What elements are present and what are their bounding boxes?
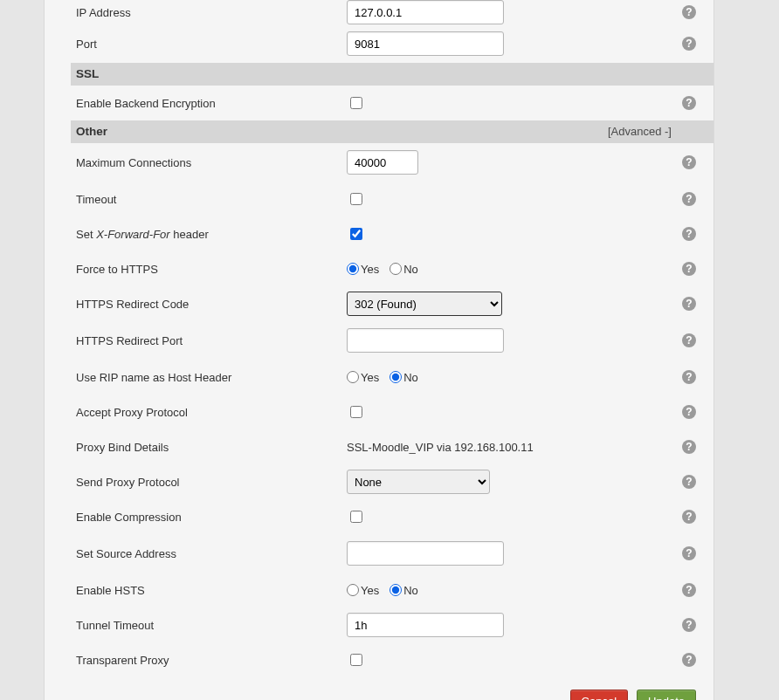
transparent-proxy-label: Transparent Proxy [71, 654, 347, 667]
https-redirect-port-label: HTTPS Redirect Port [71, 334, 347, 347]
help-icon[interactable]: ? [682, 370, 696, 384]
ip-address-label: IP Address [71, 6, 347, 19]
source-address-input[interactable] [347, 541, 504, 566]
help-icon[interactable]: ? [682, 192, 696, 206]
help-icon[interactable]: ? [682, 583, 696, 597]
proxy-bind-value: SSL-Moodle_VIP via 192.168.100.11 [347, 441, 534, 454]
force-https-yes-label: Yes [361, 263, 379, 276]
proxy-bind-label: Proxy Bind Details [71, 441, 347, 454]
enable-compression-checkbox[interactable] [350, 511, 362, 523]
help-icon[interactable]: ? [682, 333, 696, 347]
help-icon[interactable]: ? [682, 475, 696, 489]
help-icon[interactable]: ? [682, 440, 696, 454]
advanced-toggle[interactable]: [Advanced -] [608, 120, 672, 143]
rip-host-yes-radio[interactable] [347, 371, 359, 383]
rip-host-yes-label: Yes [361, 371, 379, 384]
https-redirect-code-select[interactable]: 302 (Found) [347, 292, 502, 316]
help-icon[interactable]: ? [682, 546, 696, 560]
force-https-no-radio[interactable] [390, 263, 402, 275]
update-button[interactable]: Update [637, 690, 696, 700]
enable-hsts-label: Enable HSTS [71, 584, 347, 597]
section-header-ssl: SSL [71, 63, 714, 86]
enable-backend-encryption-label: Enable Backend Encryption [71, 97, 347, 110]
help-icon[interactable]: ? [682, 618, 696, 632]
source-address-label: Set Source Address [71, 547, 347, 560]
tunnel-timeout-input[interactable] [347, 613, 504, 637]
help-icon[interactable]: ? [682, 653, 696, 667]
help-icon[interactable]: ? [682, 5, 696, 19]
cancel-button[interactable]: Cancel [570, 690, 628, 700]
port-input[interactable] [347, 31, 504, 56]
tunnel-timeout-label: Tunnel Timeout [71, 619, 347, 632]
force-https-label: Force to HTTPS [71, 263, 347, 276]
rip-host-no-label: No [403, 371, 418, 384]
hsts-yes-radio[interactable] [347, 584, 359, 596]
timeout-label: Timeout [71, 193, 347, 206]
help-icon[interactable]: ? [682, 155, 696, 169]
force-https-yes-radio[interactable] [347, 263, 359, 275]
https-redirect-port-input[interactable] [347, 328, 504, 353]
port-label: Port [71, 38, 347, 51]
accept-proxy-label: Accept Proxy Protocol [71, 406, 347, 419]
transparent-proxy-checkbox[interactable] [350, 654, 362, 666]
ip-address-input[interactable] [347, 0, 504, 24]
section-header-other: Other [Advanced -] [71, 120, 714, 143]
help-icon[interactable]: ? [682, 510, 696, 524]
help-icon[interactable]: ? [682, 96, 696, 110]
https-redirect-code-label: HTTPS Redirect Code [71, 298, 347, 311]
help-icon[interactable]: ? [682, 262, 696, 276]
xff-label: Set X-Forward-For header [71, 228, 347, 241]
accept-proxy-checkbox[interactable] [350, 406, 362, 418]
hsts-no-radio[interactable] [390, 584, 402, 596]
enable-backend-encryption-checkbox[interactable] [350, 97, 362, 109]
enable-compression-label: Enable Compression [71, 511, 347, 524]
rip-host-header-label: Use RIP name as Host Header [71, 371, 347, 384]
help-icon[interactable]: ? [682, 227, 696, 241]
timeout-checkbox[interactable] [350, 193, 362, 205]
send-proxy-label: Send Proxy Protocol [71, 476, 347, 489]
hsts-no-label: No [403, 584, 418, 597]
max-connections-label: Maximum Connections [71, 156, 347, 169]
hsts-yes-label: Yes [361, 584, 379, 597]
help-icon[interactable]: ? [682, 405, 696, 419]
rip-host-no-radio[interactable] [390, 371, 402, 383]
force-https-no-label: No [403, 263, 418, 276]
send-proxy-select[interactable]: None [347, 470, 490, 494]
max-connections-input[interactable] [347, 150, 418, 175]
help-icon[interactable]: ? [682, 297, 696, 311]
help-icon[interactable]: ? [682, 37, 696, 51]
xff-checkbox[interactable] [350, 228, 362, 240]
